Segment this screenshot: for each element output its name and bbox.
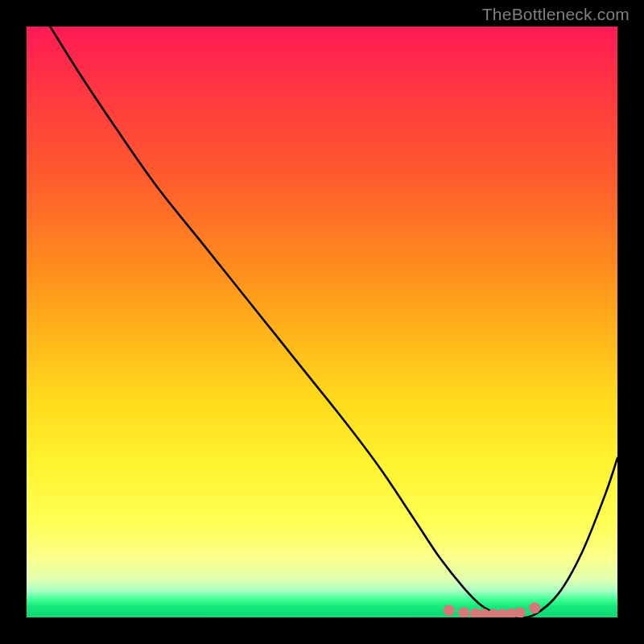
attribution-label: TheBottleneck.com — [482, 5, 630, 24]
marker-dot — [529, 602, 540, 613]
marker-dot — [514, 607, 526, 617]
marker-dot — [444, 605, 455, 616]
bottleneck-curve — [50, 27, 617, 617]
bottleneck-minimum-dots — [444, 602, 540, 617]
chart-plot-area — [27, 27, 617, 617]
chart-svg — [27, 27, 617, 617]
marker-dot — [458, 607, 469, 617]
chart-frame: TheBottleneck.com — [0, 0, 644, 644]
